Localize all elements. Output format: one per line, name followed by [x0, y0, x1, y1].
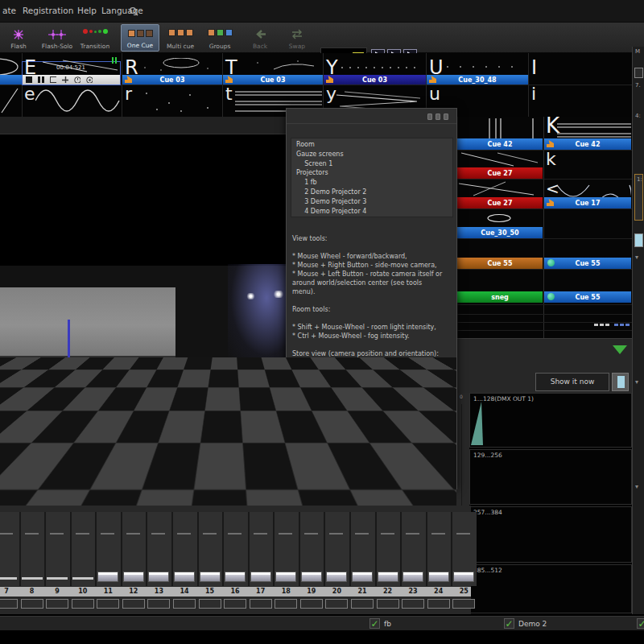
fader-button[interactable] [21, 599, 43, 609]
fader-handle[interactable] [47, 577, 68, 580]
image-icon[interactable] [50, 76, 56, 83]
scroll-down-icon[interactable]: ▾ [635, 254, 638, 261]
cue-bar-r1a[interactable]: Cue 42 [457, 138, 543, 150]
flash-solo-button[interactable]: Flash-Solo [39, 24, 76, 52]
cue-bar-R[interactable]: Cue 03 [122, 75, 222, 85]
fader-column[interactable]: 10 [70, 512, 96, 614]
fader-column[interactable]: 23 [400, 512, 426, 614]
fader-button[interactable] [97, 599, 119, 609]
fader-column[interactable]: 21 [349, 512, 375, 614]
output-icon[interactable] [86, 76, 93, 83]
fader-column[interactable]: 25 [451, 512, 477, 614]
pin-icon[interactable] [436, 114, 440, 120]
fader-button[interactable] [224, 599, 246, 609]
scroll-down-icon[interactable]: ▾ [635, 483, 638, 490]
clock-icon[interactable] [74, 76, 80, 83]
fader-button[interactable] [452, 599, 475, 609]
fader-handle[interactable] [72, 577, 93, 580]
pause-icon[interactable] [38, 76, 44, 83]
cue-bar-r5b[interactable]: Cue 55 [544, 258, 631, 269]
cue-bar-r5a[interactable]: Cue 55 [457, 258, 543, 269]
cue-bar-r4a[interactable]: Cue_30_50 [457, 227, 543, 238]
fader-button[interactable] [199, 599, 221, 609]
fader-handle[interactable] [326, 572, 347, 582]
cue-bar-r2a[interactable]: Cue 27 [457, 167, 543, 179]
cue-bar-r3a[interactable]: Cue 27 [457, 197, 543, 208]
device-tree[interactable]: Room Gauze screens Screen 1 Projectors 1… [291, 138, 453, 217]
fader-button[interactable] [377, 599, 399, 609]
fader-handle[interactable] [148, 572, 169, 582]
pin-icon[interactable] [444, 114, 448, 120]
fader-column[interactable]: 14 [171, 512, 197, 614]
fader-track[interactable] [70, 512, 96, 586]
multi-cue-button[interactable]: Multi cue [161, 24, 200, 52]
fader-track[interactable] [44, 512, 70, 586]
fader-button[interactable] [173, 599, 196, 609]
fader-handle[interactable] [301, 572, 322, 582]
move-icon[interactable] [62, 76, 68, 83]
fader-column[interactable]: 9 [44, 512, 70, 614]
fader-handle[interactable] [275, 572, 296, 582]
scroll-down-icon[interactable]: ▾ [635, 378, 638, 386]
fader-handle[interactable] [22, 577, 43, 580]
fader-column[interactable]: 18 [273, 512, 299, 614]
fader-column[interactable]: 15 [197, 512, 223, 614]
fader-column[interactable]: 8 [19, 512, 45, 614]
output-window-button[interactable] [612, 373, 629, 391]
fader-column[interactable]: 19 [299, 512, 324, 614]
fader-column[interactable]: 24 [426, 512, 452, 614]
menu-item-registration[interactable]: Registration [23, 6, 73, 15]
cue-bar-partial[interactable] [0, 75, 22, 85]
cue-bar-r6b[interactable]: Cue 55 [544, 291, 631, 303]
fader-column[interactable]: 22 [375, 512, 401, 614]
edge-cell-selected[interactable]: 1: [634, 174, 643, 221]
search-icon[interactable] [129, 6, 138, 16]
swap-button[interactable]: Swap [279, 24, 316, 52]
fader-column[interactable]: 11 [95, 512, 121, 614]
fader-column[interactable]: 7 [0, 512, 19, 614]
fader-column[interactable]: 17 [248, 512, 274, 614]
edge-color-button[interactable] [634, 233, 643, 247]
fader-handle[interactable] [97, 572, 118, 582]
fader-button[interactable] [0, 599, 18, 609]
checkbox-demo2[interactable]: ✓ [504, 618, 514, 629]
fader-button[interactable] [147, 599, 170, 609]
pin-icon[interactable] [427, 114, 432, 120]
fader-column[interactable]: 13 [146, 512, 171, 614]
checkbox-right[interactable]: ✓ [637, 618, 644, 629]
fader-handle[interactable] [250, 572, 271, 582]
groups-button[interactable]: Groups [201, 24, 238, 52]
cue-bar-r1b[interactable]: Cue 42 [544, 138, 631, 150]
menu-item-ate[interactable]: ate [2, 6, 16, 15]
checkbox-fb[interactable]: ✓ [369, 618, 380, 629]
fader-handle[interactable] [225, 572, 246, 582]
fader-button[interactable] [351, 599, 374, 609]
fader-handle[interactable] [174, 572, 195, 582]
flash-button[interactable]: Flash [0, 24, 37, 52]
back-button[interactable]: Back [242, 24, 279, 52]
fader-handle[interactable] [200, 572, 221, 582]
fader-button[interactable] [402, 599, 424, 609]
fader-button[interactable] [300, 599, 323, 609]
fader-column[interactable]: 16 [222, 512, 248, 614]
fader-button[interactable] [250, 599, 272, 609]
fader-handle[interactable] [378, 572, 398, 582]
fader-button[interactable] [72, 599, 94, 609]
cue-bar-T[interactable]: Cue 03 [223, 75, 323, 85]
show-it-now-button[interactable]: Show it now [535, 373, 609, 391]
fader-handle[interactable] [428, 572, 449, 582]
stop-icon[interactable] [26, 76, 32, 83]
dropdown-triangle-icon[interactable] [613, 345, 627, 354]
fader-track[interactable] [19, 512, 45, 586]
fader-handle[interactable] [453, 572, 474, 582]
fader-button[interactable] [46, 599, 68, 609]
cue-bar-r3b[interactable]: Cue 17 [544, 197, 631, 208]
fader-button[interactable] [122, 599, 145, 609]
fader-track[interactable] [0, 512, 19, 586]
one-cue-button[interactable]: One Cue [121, 24, 159, 52]
fader-column[interactable]: 20 [324, 512, 349, 614]
menu-item-help[interactable]: Help [77, 6, 97, 15]
fader-button[interactable] [325, 599, 348, 609]
fader-handle[interactable] [402, 572, 423, 582]
transition-button[interactable]: Transition [74, 24, 116, 52]
